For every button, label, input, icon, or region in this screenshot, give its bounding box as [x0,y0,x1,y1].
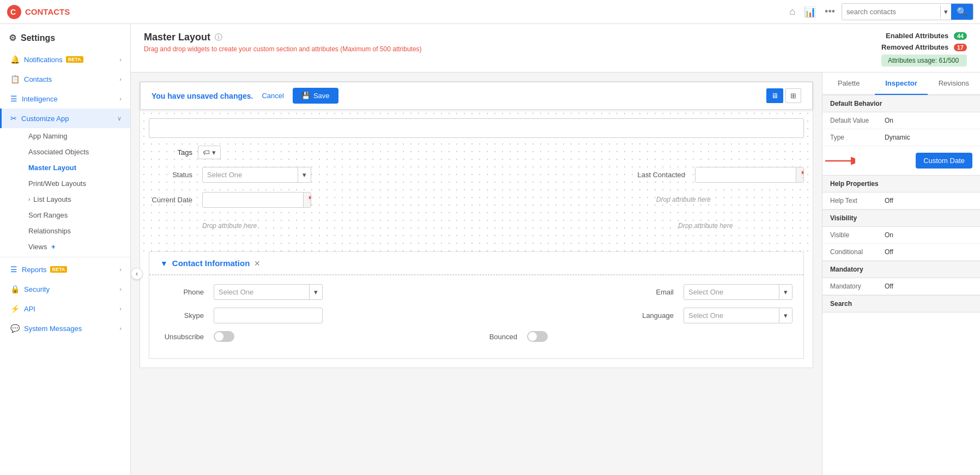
right-panel: Palette Inspector Revisions Default Beha… [822,73,980,475]
sidebar-item-security[interactable]: 🔒 Security › [0,279,130,299]
sidebar-item-reports[interactable]: ☰ Reports BETA › [0,260,130,279]
customize-arrow-icon: ∨ [117,115,122,122]
contacts-arrow-icon: › [119,76,122,82]
enabled-attributes-stat: Enabled Attributes 44 [881,32,967,40]
more-icon[interactable]: ••• [825,6,835,17]
home-icon[interactable]: ⌂ [789,6,795,17]
desktop-view-btn[interactable]: 🖥 [766,88,783,103]
default-value-label: Default Value [830,117,885,124]
sidebar-intelligence-label: Intelligence [22,95,58,103]
sidebar-sub-associated-objects[interactable]: Associated Objects [20,144,130,160]
sidebar-customize-label: Customize App [21,115,69,123]
sidebar-item-contacts[interactable]: 📋 Contacts › [0,69,130,89]
mandatory-row: Mandatory Off [822,278,980,295]
custom-date-arrow-svg [822,153,855,169]
chart-icon[interactable]: 📊 [804,6,816,18]
grid-view-btn[interactable]: ⊞ [785,88,801,103]
unsaved-banner: You have unsaved changes. Cancel 💾 Save … [140,82,813,110]
sidebar-item-customize-app[interactable]: ✂ Customize App ∨ [0,109,130,128]
sidebar-item-system-messages[interactable]: 💬 System Messages › [0,318,130,338]
removed-attributes-stat: Removed Attributes 17 [881,43,967,51]
tag-icon: 🏷 [203,148,210,157]
search-input[interactable] [842,5,940,18]
unsubscribe-bounced-row: Unsubscribe Bounced [160,331,793,342]
type-value: Dynamic [885,134,910,141]
section-collapse-btn[interactable]: ▼ [160,259,168,268]
sidebar-sub-sort-ranges[interactable]: Sort Ranges [20,207,130,223]
tab-revisions[interactable]: Revisions [928,73,980,95]
sidebar-sub-app-naming[interactable]: App Naming [20,128,130,144]
search-dropdown-btn[interactable]: ▾ [940,5,951,18]
sidebar-item-notifications[interactable]: 🔔 Notifications BETA › [0,50,130,69]
sidebar-security-label: Security [24,285,50,293]
sidebar-item-api[interactable]: ⚡ API › [0,299,130,318]
system-messages-arrow-icon: › [119,325,122,332]
drop-zones-row: Drop attribute here Drop attribute here [149,217,804,235]
intelligence-arrow-icon: › [119,95,122,102]
tab-palette[interactable]: Palette [822,73,875,95]
search-button[interactable]: 🔍 [951,4,973,20]
cancel-link[interactable]: Cancel [262,92,283,100]
sidebar-item-intelligence[interactable]: ☰ Intelligence › [0,89,130,109]
bounced-toggle[interactable] [527,331,548,342]
default-behavior-header: Default Behavior [822,95,980,112]
sidebar-sub-print-web-layouts[interactable]: Print/Web Layouts [20,176,130,191]
page-header: Master Layout ⓘ Drag and drop widgets to… [131,24,980,73]
status-last-contacted-row: Status Select One ▾ Last Contacted 📅 [149,167,804,183]
save-button[interactable]: 💾 Save [293,88,338,104]
system-messages-icon: 💬 [10,324,20,333]
notifications-icon: 🔔 [10,55,20,64]
current-date-calendar-icon[interactable]: 📅 [303,193,311,207]
phone-dropdown-icon[interactable]: ▾ [309,285,322,299]
app-logo[interactable]: C CONTACTS [7,4,70,20]
skype-input[interactable] [214,308,323,323]
phone-select-value[interactable]: Select One [214,285,309,299]
sidebar-sub-list-layouts[interactable]: › List Layouts [20,191,130,207]
contact-info-section: ▼ Contact Information ✕ Phone Select One… [149,251,804,359]
tags-button[interactable]: 🏷 ▾ [198,146,221,159]
drop-zone-3: Drop attribute here [607,217,804,235]
removed-attributes-count: 17 [954,44,967,51]
tab-inspector[interactable]: Inspector [875,73,927,95]
sidebar-api-label: API [24,305,35,313]
email-dropdown-icon[interactable]: ▾ [779,285,792,299]
current-date-input[interactable] [203,193,303,207]
top-nav: C CONTACTS ⌂ 📊 ••• ▾ 🔍 [0,0,980,24]
section-collapse-header: ▼ Contact Information ✕ [149,252,803,275]
search-header: Search [822,295,980,312]
mandatory-header: Mandatory [822,261,980,278]
last-contacted-calendar-icon[interactable]: 📅 [796,167,804,182]
customize-icon: ✂ [10,114,17,123]
language-dropdown-icon[interactable]: ▾ [779,308,792,323]
last-contacted-input[interactable] [695,167,796,182]
reports-arrow-icon: › [119,266,122,273]
conditional-value: Off [885,248,893,256]
sidebar-sub-master-layout[interactable]: Master Layout [20,160,130,176]
svg-text:C: C [10,8,16,16]
sidebar-sub-views[interactable]: Views + [20,239,130,255]
section-remove-btn[interactable]: ✕ [254,259,261,268]
collapse-sidebar-btn[interactable]: ‹ [131,268,143,280]
conditional-label: Conditional [830,248,885,256]
skype-label: Skype [160,311,204,320]
status-select-wrapper: Select One ▾ [202,167,311,183]
form-canvas: You have unsaved changes. Cancel 💾 Save … [140,81,813,368]
help-text-label: Help Text [830,197,885,205]
status-dropdown-icon[interactable]: ▾ [298,167,311,182]
security-icon: 🔒 [10,285,20,293]
contacts-icon: 📋 [10,75,20,83]
unsubscribe-toggle[interactable] [214,331,234,342]
list-layouts-arrow-icon: › [28,196,30,202]
views-plus-icon: + [51,243,56,251]
custom-date-button[interactable]: Custom Date [916,153,972,169]
sidebar-sub-relationships[interactable]: Relationships [20,223,130,239]
info-icon[interactable]: ⓘ [215,33,222,43]
email-select-value[interactable]: Select One [684,285,779,299]
default-value-row: Default Value On [822,112,980,129]
sidebar-header: ⚙ Settings [0,24,130,50]
custom-date-container: Custom Date [822,146,980,175]
status-select-value[interactable]: Select One [203,167,298,182]
sidebar-system-messages-label: System Messages [24,324,82,333]
language-select-value[interactable]: Select One [684,308,779,323]
top-input-bar [149,118,804,138]
